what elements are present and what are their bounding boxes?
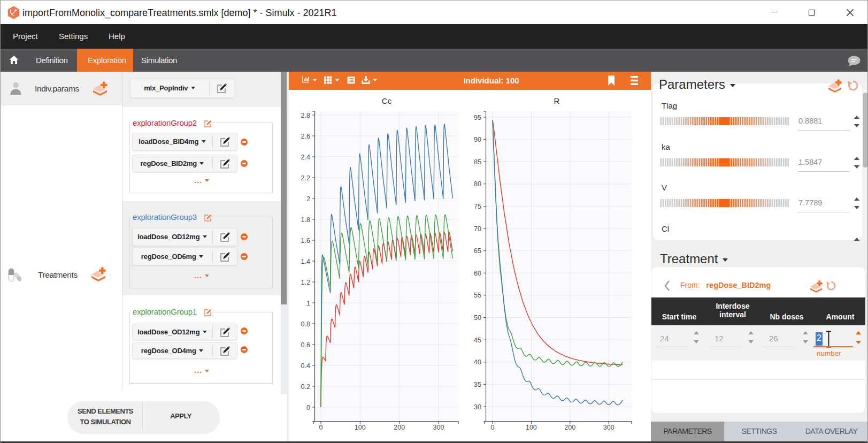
svg-text:2: 2	[306, 195, 310, 203]
svg-text:200: 200	[394, 424, 405, 431]
svg-text:50: 50	[474, 314, 481, 322]
svg-text:300: 300	[603, 424, 614, 431]
svg-text:1.8: 1.8	[301, 216, 310, 224]
svg-text:300: 300	[433, 424, 444, 431]
svg-text:0.8: 0.8	[301, 320, 310, 328]
svg-text:40: 40	[474, 358, 481, 366]
svg-text:0: 0	[306, 404, 310, 411]
svg-text:2.8: 2.8	[301, 112, 310, 119]
svg-text:85: 85	[474, 158, 481, 166]
svg-text:60: 60	[474, 270, 481, 277]
svg-text:2.4: 2.4	[301, 154, 310, 161]
svg-text:1.2: 1.2	[301, 279, 310, 286]
svg-text:100: 100	[355, 424, 366, 431]
svg-text:1.4: 1.4	[301, 258, 310, 265]
svg-text:1.6: 1.6	[301, 237, 310, 245]
svg-text:Cc: Cc	[382, 96, 392, 105]
svg-text:95: 95	[474, 114, 481, 121]
svg-text:2.2: 2.2	[301, 174, 310, 182]
svg-text:70: 70	[474, 225, 481, 233]
svg-text:45: 45	[474, 337, 481, 344]
svg-text:0: 0	[491, 424, 495, 431]
svg-text:100: 100	[526, 424, 537, 431]
svg-text:0.6: 0.6	[301, 341, 310, 349]
svg-text:0.4: 0.4	[301, 362, 310, 370]
svg-text:2.6: 2.6	[301, 133, 310, 140]
svg-text:55: 55	[474, 292, 481, 299]
svg-text:0: 0	[319, 424, 323, 431]
svg-text:80: 80	[474, 180, 481, 188]
svg-text:R: R	[554, 96, 560, 105]
svg-text:30: 30	[474, 403, 481, 411]
svg-text:90: 90	[474, 136, 481, 143]
svg-text:75: 75	[474, 203, 481, 210]
svg-text:65: 65	[474, 247, 481, 255]
svg-text:1: 1	[306, 300, 310, 307]
svg-text:200: 200	[564, 424, 575, 431]
svg-text:0.2: 0.2	[301, 383, 310, 391]
svg-text:35: 35	[474, 381, 481, 388]
